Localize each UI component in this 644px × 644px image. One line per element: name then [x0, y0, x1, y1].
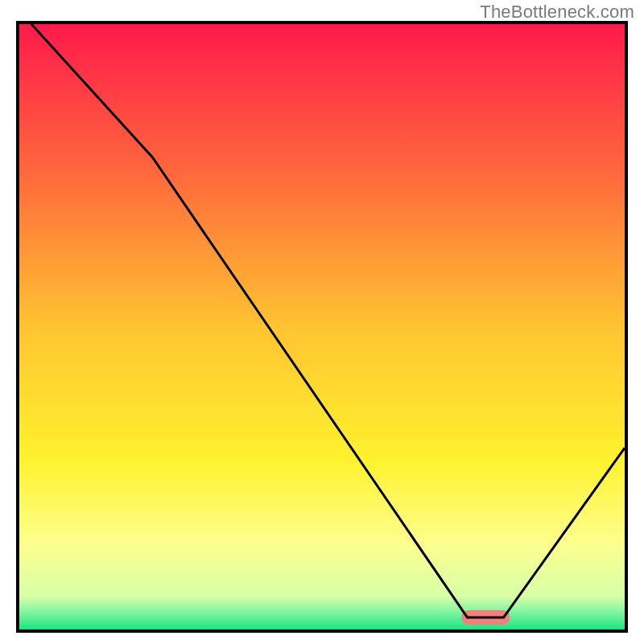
chart-frame — [16, 21, 628, 633]
bottleneck-chart — [19, 24, 625, 630]
chart-background — [19, 24, 625, 630]
attribution-text: TheBottleneck.com — [480, 2, 634, 23]
